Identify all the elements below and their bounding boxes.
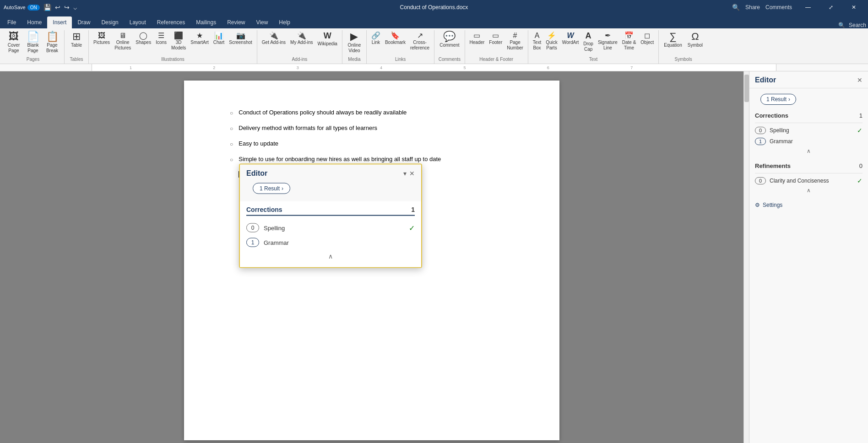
panel-result-btn[interactable]: 1 Result › <box>760 94 796 105</box>
popup-result-label: 1 Result <box>260 185 280 192</box>
tab-view[interactable]: View <box>251 16 274 28</box>
bookmark-btn[interactable]: 🔖 Bookmark <box>383 30 407 46</box>
comments-btn[interactable]: Comments <box>765 4 792 11</box>
tab-review[interactable]: Review <box>222 16 250 28</box>
popup-result-btn[interactable]: 1 Result › <box>253 183 290 194</box>
close-btn[interactable]: ✕ <box>843 0 864 15</box>
equation-btn[interactable]: ∑ Equation <box>662 30 684 49</box>
symbols-group-label: Symbols <box>674 57 692 62</box>
panel-corrections-title: Corrections <box>755 112 788 119</box>
document-area[interactable]: ○ Conduct of Operations policy should al… <box>0 71 743 443</box>
title-bar-left: AutoSave ON 💾 ↩ ↪ ⌵ <box>4 4 77 11</box>
symbol-btn[interactable]: Ω Symbol <box>685 30 705 49</box>
wikipedia-btn[interactable]: W Wikipedia <box>316 30 339 48</box>
tab-insert[interactable]: Insert <box>47 16 72 28</box>
cross-reference-btn[interactable]: ↗ Cross-reference <box>408 30 431 52</box>
screenshot-btn[interactable]: 📷 Screenshot <box>227 30 254 46</box>
online-pictures-btn[interactable]: 🖥 OnlinePictures <box>113 30 133 52</box>
icons-btn[interactable]: ☰ Icons <box>154 30 168 46</box>
popup-collapse-btn[interactable]: ▾ <box>403 170 407 177</box>
bookmark-label: Bookmark <box>385 40 406 45</box>
equation-label: Equation <box>664 43 682 48</box>
header-footer-group-label: Header & Footer <box>479 57 513 62</box>
blank-page-label: BlankPage <box>27 43 38 54</box>
shapes-btn[interactable]: ◯ Shapes <box>134 30 153 46</box>
get-addins-btn[interactable]: 🔌 Get Add-ins <box>260 30 288 46</box>
search-icon[interactable]: 🔍 <box>732 4 740 11</box>
page-break-btn[interactable]: 📋 PageBreak <box>43 30 61 55</box>
panel-close-btn[interactable]: ✕ <box>857 76 863 84</box>
link-btn[interactable]: 🔗 Link <box>369 30 382 46</box>
corrections-divider <box>755 123 863 123</box>
header-btn[interactable]: ▭ Header <box>468 30 487 46</box>
comment-btn[interactable]: 💬 Comment <box>437 30 461 49</box>
smartart-btn[interactable]: ★ SmartArt <box>189 30 210 46</box>
popup-grammar-badge: 1 <box>246 238 259 247</box>
scroll-thumb[interactable] <box>744 75 749 102</box>
object-btn[interactable]: ◻ Object <box>639 30 656 46</box>
redo-icon[interactable]: ↪ <box>64 4 70 11</box>
table-btn[interactable]: ⊞ Table <box>67 30 86 49</box>
quick-parts-btn[interactable]: ⚡ QuickParts <box>544 30 559 52</box>
share-btn[interactable]: Share <box>745 4 760 11</box>
panel-refinements-collapse[interactable]: ∧ <box>755 186 863 194</box>
signature-line-btn[interactable]: ✒ SignatureLine <box>596 30 619 52</box>
tab-layout[interactable]: Layout <box>124 16 152 28</box>
3d-models-btn[interactable]: ⬛ 3DModels <box>169 30 188 52</box>
popup-chevron-up[interactable]: ∧ <box>246 250 415 263</box>
ribbon-search[interactable]: 🔍Search <box>838 22 866 28</box>
drop-cap-btn[interactable]: A DropCap <box>581 30 595 53</box>
my-addins-btn[interactable]: 🔌 My Add-ins <box>288 30 315 46</box>
minimize-btn[interactable]: — <box>797 0 819 15</box>
smartart-icon: ★ <box>196 31 203 40</box>
tab-design[interactable]: Design <box>96 16 124 28</box>
tab-home[interactable]: Home <box>22 16 47 28</box>
customize-icon[interactable]: ⌵ <box>73 4 77 11</box>
date-time-btn[interactable]: 📅 Date &Time <box>620 30 638 52</box>
table-label: Table <box>71 43 82 48</box>
footer-btn[interactable]: ▭ Footer <box>487 30 504 46</box>
tab-help[interactable]: Help <box>273 16 296 28</box>
addins-items: 🔌 Get Add-ins 🔌 My Add-ins W Wikipedia <box>260 30 339 56</box>
panel-corrections-collapse[interactable]: ∧ <box>755 147 863 155</box>
wordart-btn[interactable]: W WordArt <box>560 30 581 46</box>
pictures-label: Pictures <box>93 40 110 45</box>
cover-page-btn[interactable]: 🖼 CoverPage <box>5 30 23 55</box>
pictures-btn[interactable]: 🖼 Pictures <box>92 30 112 46</box>
panel-grammar-item[interactable]: 1 Grammar <box>755 136 863 147</box>
chart-btn[interactable]: 📊 Chart <box>212 30 226 46</box>
illustrations-group-label: Illustrations <box>161 57 184 62</box>
list-item: ○ Delivery method with formats for all t… <box>230 124 514 133</box>
ribbon-group-comments: 💬 Comment Comments <box>434 30 465 64</box>
header-footer-items: ▭ Header ▭ Footer # PageNumber <box>468 30 525 56</box>
wordart-icon: W <box>567 31 574 40</box>
autosave-toggle[interactable]: ON <box>27 5 40 11</box>
undo-icon[interactable]: ↩ <box>55 4 60 11</box>
vertical-scrollbar[interactable] <box>743 71 749 443</box>
bullet-3: ○ <box>230 140 233 148</box>
link-icon: 🔗 <box>371 31 380 40</box>
panel-settings-link[interactable]: ⚙ Settings <box>749 198 868 212</box>
popup-spelling-item[interactable]: 0 Spelling ✓ <box>246 221 415 235</box>
editor-popup: Editor ▾ ✕ 1 Result › Corrections 1 <box>239 164 422 268</box>
panel-refinements-section: Refinements 0 0 Clarity and Conciseness … <box>749 159 868 198</box>
blank-page-btn[interactable]: 📄 BlankPage <box>24 30 42 55</box>
tab-references[interactable]: References <box>152 16 190 28</box>
tab-draw[interactable]: Draw <box>72 16 96 28</box>
popup-grammar-item[interactable]: 1 Grammar <box>246 235 415 250</box>
tab-file[interactable]: File <box>2 16 22 28</box>
panel-spelling-item[interactable]: 0 Spelling ✓ <box>755 125 863 136</box>
save-icon[interactable]: 💾 <box>43 4 51 11</box>
page-number-btn[interactable]: # PageNumber <box>505 30 525 52</box>
panel-clarity-item[interactable]: 0 Clarity and Conciseness ✓ <box>755 175 863 186</box>
panel-spelling-badge: 0 <box>755 127 766 134</box>
bookmark-icon: 🔖 <box>391 31 400 40</box>
tab-mailings[interactable]: Mailings <box>190 16 222 28</box>
autosave-badge: AutoSave ON <box>4 5 40 11</box>
ribbon-group-media: ▶ OnlineVideo Media <box>342 30 367 64</box>
symbols-items: ∑ Equation Ω Symbol <box>662 30 705 56</box>
online-video-btn[interactable]: ▶ OnlineVideo <box>345 30 363 55</box>
textbox-btn[interactable]: A TextBox <box>531 30 543 52</box>
maximize-btn[interactable]: ⤢ <box>820 0 841 15</box>
popup-close-btn[interactable]: ✕ <box>409 170 415 177</box>
